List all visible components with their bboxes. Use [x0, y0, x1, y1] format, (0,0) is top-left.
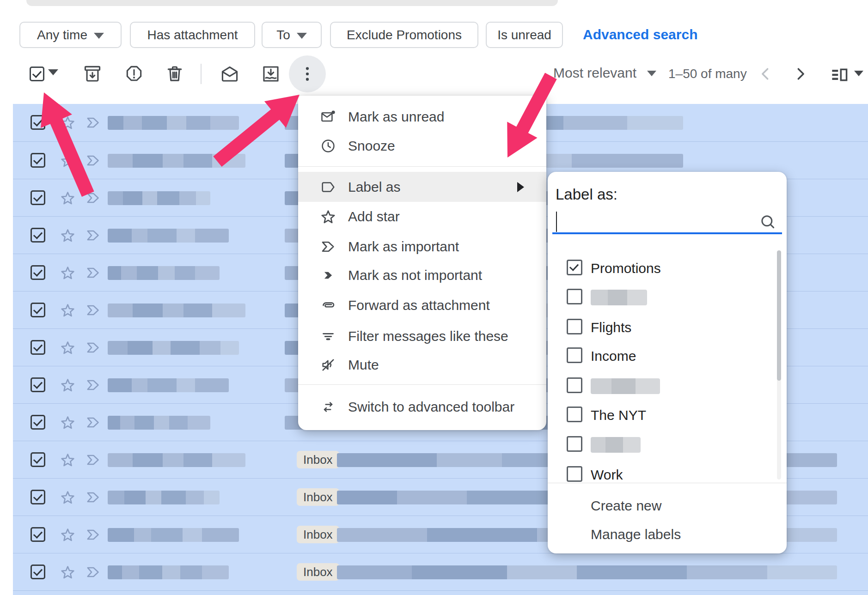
star-icon[interactable]	[60, 527, 76, 543]
manage-labels-button[interactable]: Manage labels	[591, 524, 681, 545]
label-search-input[interactable]	[562, 211, 756, 233]
select-dropdown-icon[interactable]	[48, 69, 58, 75]
row-checkbox[interactable]	[31, 527, 45, 542]
create-new-label-button[interactable]: Create new	[591, 496, 661, 516]
importance-marker-icon[interactable]	[85, 115, 101, 131]
redacted-label-name	[591, 437, 641, 453]
sort-dropdown[interactable]: Most relevant	[553, 65, 636, 81]
filter-chip-exclude-promotions[interactable]: Exclude Promotions	[330, 22, 478, 48]
more-options-button[interactable]	[289, 55, 326, 92]
menu-item-mark-as-important[interactable]: Mark as important	[298, 232, 546, 261]
select-all-checkbox[interactable]	[30, 67, 44, 81]
star-icon[interactable]	[60, 564, 76, 580]
star-icon[interactable]	[60, 152, 76, 169]
label-option-the-nyt[interactable]: The NYT	[548, 405, 787, 426]
row-checkbox[interactable]	[31, 490, 45, 504]
row-checkbox[interactable]	[31, 153, 45, 168]
importance-marker-icon[interactable]	[85, 302, 101, 318]
menu-item-label-as[interactable]: Label as	[298, 172, 546, 202]
advanced-search-link[interactable]: Advanced search	[583, 27, 697, 42]
label-name: Income	[591, 348, 636, 364]
row-checkbox[interactable]	[31, 415, 45, 430]
label-checkbox[interactable]	[567, 260, 582, 275]
star-icon[interactable]	[60, 302, 76, 318]
mark-unread-icon	[320, 109, 336, 125]
email-row[interactable]: Inbox	[13, 553, 868, 590]
chevron-down-icon	[94, 33, 104, 39]
menu-item-filter-messages[interactable]: Filter messages like these	[298, 322, 546, 351]
label-option-redacted[interactable]	[548, 376, 787, 397]
menu-item-add-star[interactable]: Add star	[298, 202, 546, 231]
star-icon[interactable]	[60, 115, 76, 131]
label-option-redacted[interactable]	[548, 434, 787, 455]
row-checkbox[interactable]	[31, 228, 45, 243]
menu-item-snooze[interactable]: Snooze	[298, 131, 546, 160]
label-checkbox[interactable]	[567, 347, 582, 363]
star-icon[interactable]	[60, 414, 76, 431]
label-checkbox[interactable]	[567, 377, 582, 393]
redacted-subject	[337, 565, 837, 579]
label-option-flights[interactable]: Flights	[548, 317, 787, 338]
label-option-redacted[interactable]	[548, 287, 787, 308]
menu-item-mark-as-unread[interactable]: Mark as unread	[298, 102, 546, 131]
star-icon[interactable]	[60, 340, 76, 356]
menu-item-mute[interactable]: Mute	[298, 350, 546, 379]
menu-item-switch-toolbar[interactable]: Switch to advanced toolbar	[298, 392, 546, 421]
star-icon[interactable]	[60, 265, 76, 281]
star-icon[interactable]	[60, 377, 76, 393]
label-checkbox[interactable]	[567, 319, 582, 334]
delete-button[interactable]	[165, 64, 185, 84]
menu-item-mark-as-not-important[interactable]: Mark as not important	[298, 261, 546, 290]
row-checkbox[interactable]	[31, 190, 45, 205]
label-checkbox[interactable]	[567, 289, 582, 304]
importance-marker-icon[interactable]	[85, 564, 101, 580]
chevron-down-icon[interactable]	[647, 71, 656, 76]
menu-item-label: Mark as important	[348, 239, 459, 255]
row-checkbox[interactable]	[31, 452, 45, 467]
label-option-income[interactable]: Income	[548, 346, 787, 367]
importance-marker-icon[interactable]	[85, 489, 101, 505]
row-checkbox[interactable]	[31, 377, 45, 392]
report-spam-button[interactable]	[124, 64, 144, 84]
star-icon[interactable]	[60, 190, 76, 206]
importance-marker-icon[interactable]	[85, 340, 101, 356]
importance-marker-icon[interactable]	[85, 190, 101, 206]
row-checkbox[interactable]	[31, 303, 45, 317]
label-checkbox[interactable]	[567, 407, 582, 422]
row-checkbox[interactable]	[31, 265, 45, 280]
mark-as-read-button[interactable]	[220, 64, 240, 84]
scrollbar-thumb[interactable]	[777, 250, 781, 381]
search-icon[interactable]	[758, 212, 777, 231]
star-icon[interactable]	[60, 452, 76, 468]
move-to-button[interactable]	[261, 64, 281, 84]
label-checkbox[interactable]	[567, 436, 582, 452]
importance-marker-icon[interactable]	[85, 452, 101, 468]
label-icon	[320, 179, 336, 195]
filter-chip-has-attachment[interactable]: Has attachment	[130, 22, 255, 48]
label-option-promotions[interactable]: Promotions	[548, 258, 787, 279]
importance-marker-icon[interactable]	[85, 377, 101, 393]
star-icon[interactable]	[60, 227, 76, 243]
inbox-label-badge: Inbox	[297, 488, 339, 506]
archive-button[interactable]	[82, 64, 103, 84]
previous-page-icon	[756, 65, 775, 83]
filter-chip-is-unread[interactable]: Is unread	[486, 22, 563, 48]
split-pane-toggle[interactable]	[829, 65, 850, 85]
importance-marker-icon[interactable]	[85, 152, 101, 169]
row-checkbox[interactable]	[31, 340, 45, 355]
filter-chip-any-time[interactable]: Any time	[19, 22, 122, 48]
star-icon[interactable]	[60, 489, 76, 505]
importance-marker-icon[interactable]	[85, 227, 101, 243]
importance-marker-icon[interactable]	[85, 265, 101, 281]
filter-chip-to[interactable]: To	[262, 22, 322, 48]
next-page-button[interactable]	[791, 65, 810, 83]
row-checkbox[interactable]	[31, 565, 45, 579]
label-checkbox[interactable]	[567, 466, 582, 482]
row-checkbox[interactable]	[31, 115, 45, 130]
importance-marker-icon[interactable]	[85, 414, 101, 431]
chevron-down-icon[interactable]	[854, 71, 863, 76]
importance-marker-icon[interactable]	[85, 527, 101, 543]
previous-page-button[interactable]	[756, 65, 775, 83]
redacted-label-name	[591, 290, 647, 305]
menu-item-forward-as-attachment[interactable]: Forward as attachment	[298, 291, 546, 320]
